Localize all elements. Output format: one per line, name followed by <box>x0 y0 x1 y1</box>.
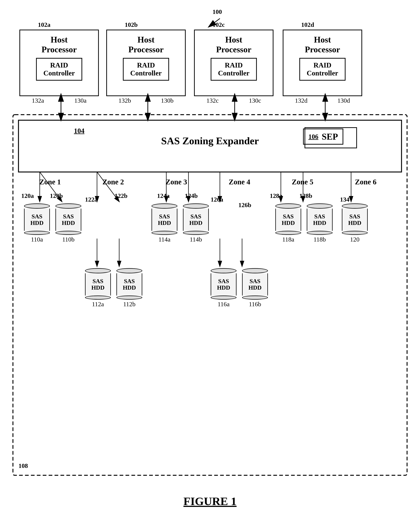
label-110b: 110b <box>55 236 81 243</box>
zone5-label: Zone 5 <box>292 178 313 186</box>
zone1-label: Zone 1 <box>39 178 61 186</box>
hdd-114a: SASHDD 114a <box>151 203 177 243</box>
hdd-118a: SASHDD 118a <box>275 203 301 243</box>
label-132a: 132a <box>32 97 44 104</box>
host-box-1: 102a HostProcessor RAIDController 132a 1… <box>19 30 99 104</box>
raid-text-3: RAIDController <box>214 61 253 77</box>
label-128a: 128a <box>270 192 282 199</box>
hdd-112b: SASHDD 112b <box>116 268 142 308</box>
hdd-118b: SASHDD 118b <box>307 203 333 243</box>
raid-text-2: RAIDController <box>126 61 165 77</box>
hdd-116a: SASHDD 116a <box>211 268 237 308</box>
label-126b: 126b <box>238 201 251 209</box>
label-122a: 122a <box>85 196 98 203</box>
hdd-114b: SASHDD 114b <box>183 203 209 243</box>
hdd-110b: SASHDD 110b <box>55 203 81 243</box>
label-102a: 102a <box>38 21 51 28</box>
figure-label: FIGURE 1 <box>183 495 237 508</box>
host-box-2: 102b HostProcessor RAIDController 132b 1… <box>106 30 186 104</box>
label-130d: 130d <box>338 97 350 104</box>
host-box-3: 102c HostProcessor RAIDController 132c 1… <box>194 30 273 104</box>
hdd-110a: SASHDD 110a <box>24 203 50 243</box>
label-120a: 120a <box>21 192 34 199</box>
label-130a: 130a <box>74 97 86 104</box>
label-116a: 116a <box>211 301 237 308</box>
label-130c: 130c <box>249 97 261 104</box>
label-102b: 102b <box>125 21 138 28</box>
raid-text-4: RAIDController <box>303 61 342 77</box>
label-120: 120 <box>342 236 368 243</box>
label-128b: 128b <box>299 192 312 199</box>
sep-box: 106 SEP <box>303 129 343 145</box>
expander-number: 104 <box>74 127 84 135</box>
hdd-112a: SASHDD 112a <box>85 268 111 308</box>
page: 100 102a HostProcessor RAIDController 13… <box>0 0 420 518</box>
label-118a: 118a <box>275 236 301 243</box>
label-114a: 114a <box>151 236 177 243</box>
label-120b: 120b <box>50 192 63 199</box>
label-132d: 132d <box>295 97 308 104</box>
label-126a: 126a <box>211 196 223 203</box>
hdd-120: SASHDD 120 <box>342 203 368 243</box>
label-118b: 118b <box>307 236 333 243</box>
raid-text-1: RAIDController <box>39 61 79 77</box>
host-text-4: HostProcessor <box>305 35 340 54</box>
zones-row: Zone 1 Zone 2 Zone 3 Zone 4 Zone 5 Zone … <box>18 178 397 186</box>
sep-label: SEP <box>322 131 338 142</box>
zone2-label: Zone 2 <box>102 178 124 186</box>
host-box-4: 102d HostProcessor RAIDController 132d 1… <box>283 30 362 104</box>
label-112b: 112b <box>116 301 142 308</box>
svg-rect-10 <box>13 115 407 475</box>
label-124b: 124b <box>185 192 198 199</box>
zone6-label: Zone 6 <box>355 178 377 186</box>
host-text-1: HostProcessor <box>42 35 77 54</box>
host-text-2: HostProcessor <box>128 35 164 54</box>
label-122b: 122b <box>115 192 128 199</box>
label-102d: 102d <box>301 21 314 28</box>
label-116b: 116b <box>242 301 268 308</box>
label-108: 108 <box>18 462 28 469</box>
label-102c: 102c <box>212 21 225 28</box>
label-100: 100 <box>212 8 222 15</box>
zone3-label: Zone 3 <box>165 178 187 186</box>
host-text-3: HostProcessor <box>216 35 251 54</box>
zone4-label: Zone 4 <box>229 178 250 186</box>
label-132c: 132c <box>206 97 219 104</box>
sep-number: 106 <box>308 133 318 140</box>
label-112a: 112a <box>85 301 111 308</box>
label-132b: 132b <box>119 97 131 104</box>
hdd-116b: SASHDD 116b <box>242 268 268 308</box>
label-134: 134 <box>340 196 349 203</box>
label-114b: 114b <box>183 236 209 243</box>
label-130b: 130b <box>161 97 173 104</box>
label-124a: 124a <box>157 192 170 199</box>
label-110a: 110a <box>24 236 50 243</box>
